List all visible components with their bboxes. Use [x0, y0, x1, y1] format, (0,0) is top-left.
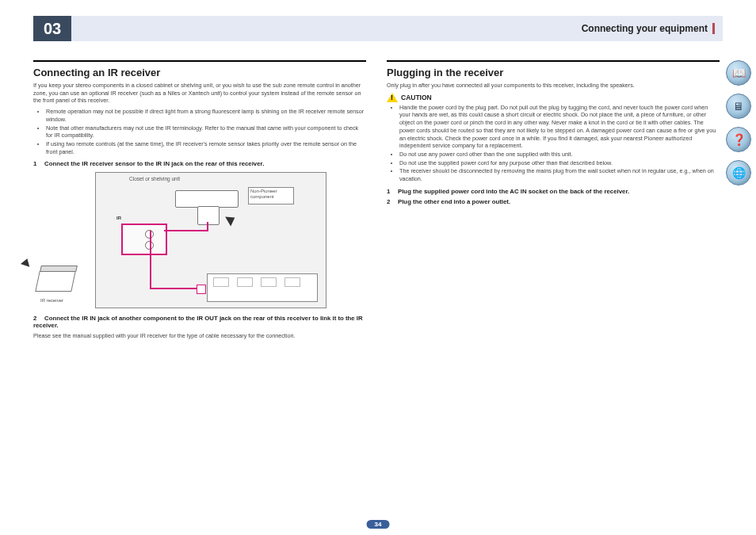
right-heading: Plugging in the receiver: [387, 67, 720, 78]
diagram-cutout: [213, 277, 229, 287]
wire-icon: [207, 222, 208, 231]
right-step-2: 2Plug the other end into a power outlet.: [387, 198, 720, 205]
header-bar: 03 Connecting your equipment: [33, 16, 723, 41]
diagram-ir-label: IR: [116, 216, 121, 220]
diagram-ir-jack-highlight: [121, 224, 167, 255]
hardware-icon[interactable]: 🖥: [726, 94, 751, 119]
diagram-cutout: [237, 277, 253, 287]
ir-diagram: Closet or shelving unit Non-Pioneer comp…: [95, 172, 326, 308]
diagram-ir-receiver: [32, 265, 80, 292]
wire-icon: [150, 231, 151, 289]
header-right: Connecting your equipment: [71, 16, 723, 41]
header-title: Connecting your equipment: [582, 23, 715, 34]
right-step-2-text: Plug the other end into a power outlet.: [398, 198, 510, 205]
diagram-component-box: [175, 190, 239, 208]
caution-row: CAUTION: [387, 93, 720, 102]
diagram-ir-port: [197, 206, 220, 225]
left-bullets: Remote operation may not be possible if …: [33, 108, 366, 155]
diagram-cutout: [284, 277, 300, 287]
left-heading: Connecting an IR receiver: [33, 67, 366, 78]
left-step-2: 2Connect the IR IN jack of another compo…: [33, 315, 366, 329]
right-bullets: Handle the power cord by the plug part. …: [387, 104, 720, 183]
right-bullet-0: Handle the power cord by the plug part. …: [399, 104, 720, 150]
right-bullet-1: Do not use any power cord other than the…: [399, 151, 720, 159]
right-bullet-2: Do not use the supplied power cord for a…: [399, 159, 720, 167]
caution-label: CAUTION: [401, 94, 432, 101]
diagram-mini-plug: [197, 285, 206, 294]
network-icon[interactable]: 🌐: [726, 160, 751, 185]
wire-icon: [164, 230, 207, 231]
left-step-2-text: Connect the IR IN jack of another compon…: [33, 315, 363, 329]
arrow-icon: [225, 213, 238, 227]
right-intro: Only plug in after you have connected al…: [387, 82, 720, 90]
book-icon[interactable]: 📖: [726, 60, 751, 86]
chapter-number: 03: [33, 16, 71, 41]
arrow-icon: [21, 258, 32, 267]
left-column: Connecting an IR receiver If you keep yo…: [33, 60, 366, 343]
help-icon[interactable]: ❓: [726, 127, 751, 152]
left-step-2-note: Please see the manual supplied with your…: [33, 332, 366, 340]
right-bullet-3: The receiver should be disconnected by r…: [399, 167, 720, 182]
wire-icon: [150, 288, 199, 289]
caution-icon: [387, 93, 398, 102]
right-step-1: 1Plug the supplied power cord into the A…: [387, 188, 720, 195]
right-step-1-text: Plug the supplied power cord into the AC…: [398, 188, 629, 195]
diagram-ir-receiver-label: IR receiver: [40, 298, 63, 303]
page-number: 34: [367, 520, 390, 529]
left-step-1: 1Connect the IR receiver sensor to the I…: [33, 160, 366, 167]
left-intro: If you keep your stereo components in a …: [33, 82, 366, 105]
diagram-callout: Non-Pioneer component: [248, 187, 294, 204]
rule: [33, 60, 366, 62]
left-bullet-1: Note that other manufacturers may not us…: [46, 124, 366, 139]
left-bullet-2: If using two remote controls (at the sam…: [46, 140, 366, 155]
left-step-1-text: Connect the IR receiver sensor to the IR…: [44, 160, 264, 167]
rule: [387, 60, 720, 62]
diagram-cutout: [261, 277, 277, 287]
side-icon-strip: 📖 🖥 ❓ 🌐: [726, 60, 751, 185]
right-column: Plugging in the receiver Only plug in af…: [387, 60, 720, 343]
left-bullet-0: Remote operation may not be possible if …: [46, 108, 366, 123]
diagram-closet-label: Closet or shelving unit: [129, 176, 180, 182]
